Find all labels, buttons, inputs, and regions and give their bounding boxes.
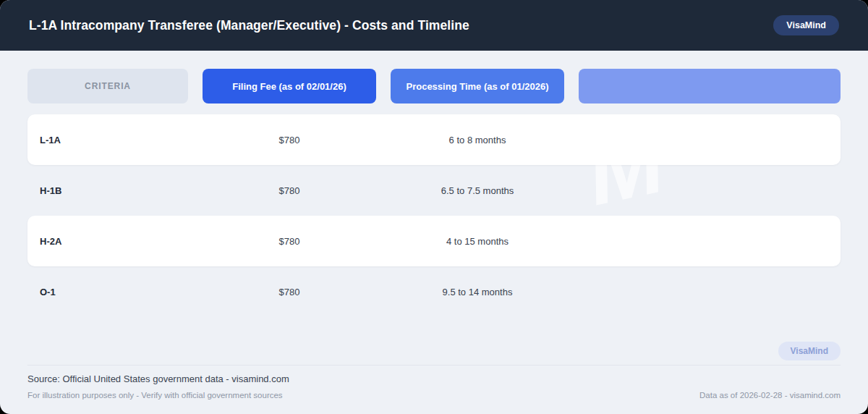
row-criteria-label: O-1 — [27, 287, 188, 297]
column-header-processing-time[interactable]: Processing Time (as of 01/2026) — [391, 69, 564, 104]
row-filing-fee-value: $780 — [203, 185, 376, 196]
row-processing-time-value: 6.5 to 7.5 months — [391, 185, 564, 196]
table-row: H-2A $780 4 to 15 months — [27, 216, 841, 266]
column-header-filing-fee[interactable]: Filing Fee (as of 02/01/26) — [203, 69, 376, 104]
fineprint-row: For illustration purposes only - Verify … — [27, 391, 841, 400]
table-row: O-1 $780 9.5 to 14 months — [27, 266, 841, 317]
comparison-table: L-1A $780 6 to 8 months H-1B $780 6.5 to… — [27, 114, 841, 317]
table-row: H-1B $780 6.5 to 7.5 months — [27, 165, 841, 216]
row-filing-fee-value: $780 — [203, 287, 376, 297]
footer-badge-row: VisaMind — [27, 342, 841, 360]
page-title: L-1A Intracompany Transferee (Manager/Ex… — [29, 18, 469, 33]
app-header: L-1A Intracompany Transferee (Manager/Ex… — [0, 0, 868, 51]
visamind-footer-badge[interactable]: VisaMind — [778, 342, 841, 360]
row-processing-time-value: 9.5 to 14 months — [391, 287, 564, 297]
row-filing-fee-value: $780 — [203, 236, 376, 247]
visamind-header-badge[interactable]: VisaMind — [773, 15, 839, 35]
column-header-extra[interactable] — [579, 69, 841, 104]
data-as-of-text: Data as of 2026-02-28 - visamind.com — [699, 391, 841, 400]
footer-divider — [27, 365, 841, 366]
visa-comparison-card: L-1A Intracompany Transferee (Manager/Ex… — [0, 0, 868, 414]
content-area: M CRITERIA Filing Fee (as of 02/01/26) P… — [0, 51, 868, 414]
table-row: L-1A $780 6 to 8 months — [27, 114, 841, 165]
row-processing-time-value: 6 to 8 months — [391, 135, 564, 145]
row-criteria-label: L-1A — [27, 135, 188, 145]
row-criteria-label: H-2A — [27, 236, 188, 247]
disclaimer-text: For illustration purposes only - Verify … — [27, 391, 283, 400]
source-text: Source: Official United States governmen… — [27, 373, 841, 384]
row-filing-fee-value: $780 — [203, 135, 376, 145]
column-header-row: CRITERIA Filing Fee (as of 02/01/26) Pro… — [27, 69, 841, 104]
column-header-criteria[interactable]: CRITERIA — [27, 69, 188, 104]
row-processing-time-value: 4 to 15 months — [391, 236, 564, 247]
row-criteria-label: H-1B — [27, 185, 188, 196]
